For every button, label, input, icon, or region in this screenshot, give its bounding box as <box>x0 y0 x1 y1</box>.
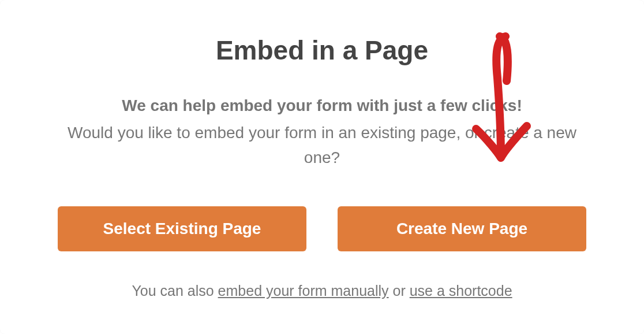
create-new-page-button[interactable]: Create New Page <box>338 206 586 251</box>
modal-sub-text: Would you like to embed your form in an … <box>58 120 586 170</box>
footer-prefix: You can also <box>132 283 218 299</box>
button-row: Select Existing Page Create New Page <box>58 206 586 251</box>
modal-lead-text: We can help embed your form with just a … <box>58 94 586 118</box>
embed-manually-link[interactable]: embed your form manually <box>218 283 389 299</box>
use-shortcode-link[interactable]: use a shortcode <box>410 283 512 299</box>
footer-middle: or <box>389 283 410 299</box>
embed-modal: Embed in a Page We can help embed your f… <box>0 0 644 334</box>
footer-text: You can also embed your form manually or… <box>58 283 586 299</box>
select-existing-page-button[interactable]: Select Existing Page <box>58 206 306 251</box>
modal-title: Embed in a Page <box>58 35 586 66</box>
